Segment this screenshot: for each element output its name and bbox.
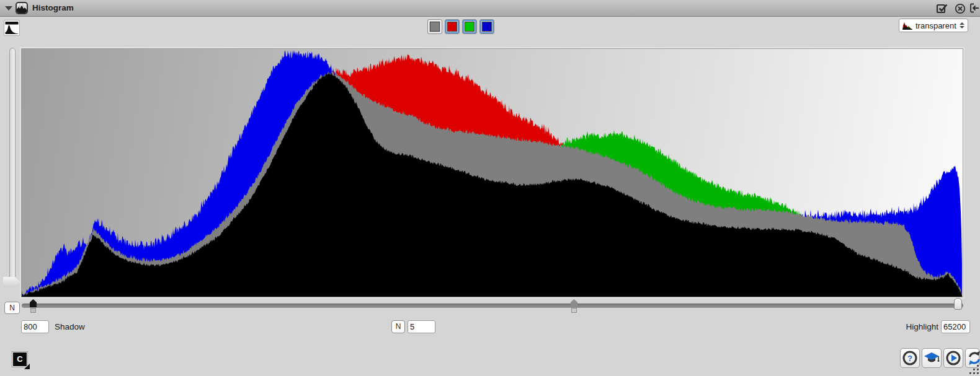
channel-toggle-green[interactable] (462, 19, 477, 34)
neutral-button-slider[interactable]: N (4, 302, 20, 314)
close-button[interactable] (953, 2, 967, 14)
shadow-input[interactable] (21, 320, 49, 333)
highlight-label: Highlight (906, 322, 938, 331)
clipping-indicator-button[interactable]: C (12, 352, 27, 367)
histogram-canvas[interactable] (22, 49, 963, 297)
resize-grip-icon[interactable] (968, 363, 979, 374)
apply-button[interactable] (935, 2, 949, 14)
shadow-label: Shadow (55, 322, 85, 331)
histogram-thumbnail-icon (16, 2, 28, 14)
midtones-marker-base (571, 308, 577, 313)
graduation-cap-icon (922, 349, 941, 367)
combo-arrows-icon (960, 22, 964, 28)
highlight-input[interactable] (941, 320, 970, 333)
page-fold-icon (24, 358, 30, 369)
vertical-slider-handle[interactable] (3, 277, 20, 287)
channel-toggle-blue[interactable] (479, 19, 494, 34)
panel-titlebar: Histogram (0, 0, 980, 17)
histogram-tool-button[interactable] (4, 20, 20, 36)
mini-histogram-icon (902, 22, 912, 30)
svg-text:?: ? (907, 354, 912, 363)
green-swatch (465, 22, 474, 32)
shadow-marker-base (30, 308, 36, 313)
question-circle-icon: ? (901, 349, 919, 367)
gray-swatch (430, 22, 440, 32)
help-button[interactable]: ? (900, 348, 920, 368)
neutral-button-midtones[interactable]: N (391, 320, 405, 333)
levels-histogram-icon (4, 20, 19, 35)
midtones-input[interactable] (408, 320, 435, 333)
vertical-zoom-slider[interactable] (9, 48, 16, 284)
shadow-marker-handle[interactable] (30, 299, 37, 307)
play-circle-icon (944, 349, 963, 367)
blue-swatch (482, 22, 492, 32)
levels-slider-track[interactable] (22, 304, 963, 308)
highlight-marker-handle[interactable] (954, 298, 962, 310)
collapse-left-button[interactable] (968, 2, 980, 14)
display-mode-value: transparent (915, 21, 956, 30)
display-mode-select[interactable]: transparent (899, 19, 968, 32)
histogram-plot (21, 48, 963, 297)
tutorial-button[interactable] (922, 348, 942, 368)
apply-footer-button[interactable] (943, 348, 963, 368)
channel-toggle-red[interactable] (445, 19, 460, 34)
collapse-triangle-icon[interactable] (5, 6, 12, 11)
panel-title: Histogram (32, 0, 74, 16)
channel-toggle-gray[interactable] (427, 19, 442, 34)
midtones-marker-handle[interactable] (571, 299, 577, 307)
red-swatch (447, 22, 457, 32)
